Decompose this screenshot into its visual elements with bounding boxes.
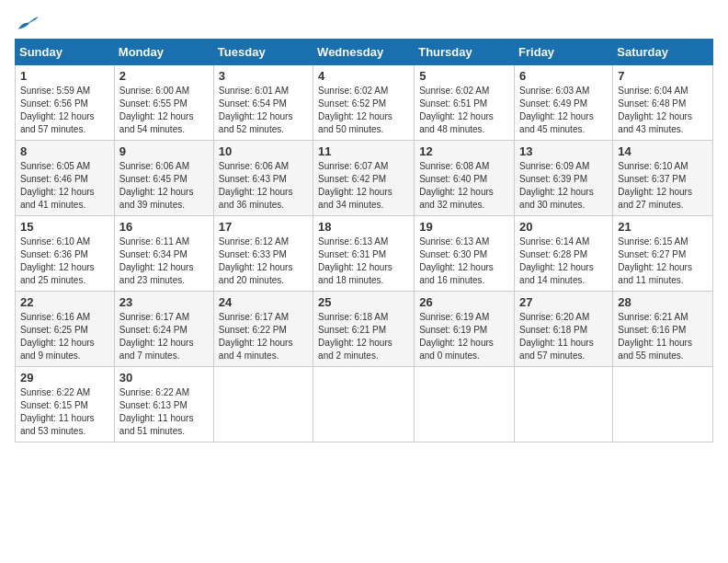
day-info: Sunrise: 6:07 AM Sunset: 6:42 PM Dayligh… [318, 160, 409, 212]
day-info: Sunrise: 6:22 AM Sunset: 6:13 PM Dayligh… [119, 386, 209, 438]
day-number: 26 [419, 295, 509, 309]
day-number: 1 [20, 69, 109, 83]
calendar-cell: 12Sunrise: 6:08 AM Sunset: 6:40 PM Dayli… [415, 141, 515, 216]
calendar-cell: 16Sunrise: 6:11 AM Sunset: 6:34 PM Dayli… [114, 216, 213, 292]
day-info: Sunrise: 6:18 AM Sunset: 6:21 PM Dayligh… [318, 311, 409, 362]
calendar-cell: 26Sunrise: 6:19 AM Sunset: 6:19 PM Dayli… [415, 292, 515, 367]
day-number: 15 [20, 220, 109, 234]
day-info: Sunrise: 6:16 AM Sunset: 6:25 PM Dayligh… [20, 311, 109, 362]
day-number: 7 [618, 69, 708, 83]
page-header [15, 15, 713, 31]
day-info: Sunrise: 6:03 AM Sunset: 6:49 PM Dayligh… [519, 85, 608, 136]
day-info: Sunrise: 6:10 AM Sunset: 6:36 PM Dayligh… [20, 236, 109, 287]
day-number: 30 [119, 371, 209, 385]
day-number: 17 [219, 220, 308, 234]
day-number: 12 [419, 144, 509, 158]
calendar-cell: 5Sunrise: 6:02 AM Sunset: 6:51 PM Daylig… [415, 65, 515, 141]
day-info: Sunrise: 6:15 AM Sunset: 6:27 PM Dayligh… [618, 236, 708, 287]
day-number: 14 [618, 144, 708, 158]
day-number: 3 [219, 69, 308, 83]
day-info: Sunrise: 6:06 AM Sunset: 6:45 PM Dayligh… [119, 160, 209, 212]
calendar-cell [313, 367, 415, 442]
calendar-cell: 6Sunrise: 6:03 AM Sunset: 6:49 PM Daylig… [515, 65, 613, 141]
day-number: 10 [219, 144, 308, 158]
day-info: Sunrise: 6:13 AM Sunset: 6:31 PM Dayligh… [318, 236, 409, 287]
day-info: Sunrise: 6:19 AM Sunset: 6:19 PM Dayligh… [419, 311, 509, 362]
calendar-cell: 24Sunrise: 6:17 AM Sunset: 6:22 PM Dayli… [213, 292, 313, 367]
day-number: 28 [618, 295, 708, 309]
calendar-header-friday: Friday [515, 40, 613, 65]
calendar-week-row: 8Sunrise: 6:05 AM Sunset: 6:46 PM Daylig… [16, 141, 713, 216]
logo [15, 15, 40, 31]
calendar-header-monday: Monday [114, 40, 213, 65]
calendar-week-row: 29Sunrise: 6:22 AM Sunset: 6:15 PM Dayli… [16, 367, 713, 442]
day-info: Sunrise: 6:10 AM Sunset: 6:37 PM Dayligh… [618, 160, 708, 212]
day-number: 18 [318, 220, 409, 234]
calendar-cell: 29Sunrise: 6:22 AM Sunset: 6:15 PM Dayli… [16, 367, 115, 442]
day-info: Sunrise: 6:22 AM Sunset: 6:15 PM Dayligh… [20, 386, 109, 438]
calendar-cell [515, 367, 613, 442]
day-number: 9 [119, 144, 209, 158]
calendar-header-wednesday: Wednesday [313, 40, 415, 65]
day-info: Sunrise: 6:12 AM Sunset: 6:33 PM Dayligh… [219, 236, 308, 287]
calendar-cell: 8Sunrise: 6:05 AM Sunset: 6:46 PM Daylig… [16, 141, 115, 216]
day-info: Sunrise: 6:04 AM Sunset: 6:48 PM Dayligh… [618, 85, 708, 136]
day-info: Sunrise: 5:59 AM Sunset: 6:56 PM Dayligh… [20, 85, 109, 136]
calendar-cell [613, 367, 713, 442]
calendar-cell: 7Sunrise: 6:04 AM Sunset: 6:48 PM Daylig… [613, 65, 713, 141]
day-number: 4 [318, 69, 409, 83]
day-number: 19 [419, 220, 509, 234]
day-info: Sunrise: 6:17 AM Sunset: 6:22 PM Dayligh… [219, 311, 308, 362]
calendar-cell [213, 367, 313, 442]
day-info: Sunrise: 6:06 AM Sunset: 6:43 PM Dayligh… [219, 160, 308, 212]
calendar-cell [415, 367, 515, 442]
calendar-cell: 3Sunrise: 6:01 AM Sunset: 6:54 PM Daylig… [213, 65, 313, 141]
day-number: 25 [318, 295, 409, 309]
day-number: 16 [119, 220, 209, 234]
day-info: Sunrise: 6:21 AM Sunset: 6:16 PM Dayligh… [618, 311, 708, 362]
calendar-week-row: 1Sunrise: 5:59 AM Sunset: 6:56 PM Daylig… [16, 65, 713, 141]
calendar-cell: 14Sunrise: 6:10 AM Sunset: 6:37 PM Dayli… [613, 141, 713, 216]
day-number: 20 [519, 220, 608, 234]
day-info: Sunrise: 6:14 AM Sunset: 6:28 PM Dayligh… [519, 236, 608, 287]
day-info: Sunrise: 6:02 AM Sunset: 6:51 PM Dayligh… [419, 85, 509, 136]
day-info: Sunrise: 6:08 AM Sunset: 6:40 PM Dayligh… [419, 160, 509, 212]
day-info: Sunrise: 6:01 AM Sunset: 6:54 PM Dayligh… [219, 85, 308, 136]
day-info: Sunrise: 6:20 AM Sunset: 6:18 PM Dayligh… [519, 311, 608, 362]
day-number: 5 [419, 69, 509, 83]
day-number: 21 [618, 220, 708, 234]
calendar-cell: 18Sunrise: 6:13 AM Sunset: 6:31 PM Dayli… [313, 216, 415, 292]
calendar-cell: 27Sunrise: 6:20 AM Sunset: 6:18 PM Dayli… [515, 292, 613, 367]
day-number: 23 [119, 295, 209, 309]
calendar-header-tuesday: Tuesday [213, 40, 313, 65]
day-number: 11 [318, 144, 409, 158]
calendar-week-row: 22Sunrise: 6:16 AM Sunset: 6:25 PM Dayli… [16, 292, 713, 367]
calendar-cell: 23Sunrise: 6:17 AM Sunset: 6:24 PM Dayli… [114, 292, 213, 367]
calendar-cell: 13Sunrise: 6:09 AM Sunset: 6:39 PM Dayli… [515, 141, 613, 216]
calendar-cell: 10Sunrise: 6:06 AM Sunset: 6:43 PM Dayli… [213, 141, 313, 216]
day-info: Sunrise: 6:05 AM Sunset: 6:46 PM Dayligh… [20, 160, 109, 212]
day-info: Sunrise: 6:00 AM Sunset: 6:55 PM Dayligh… [119, 85, 209, 136]
day-number: 22 [20, 295, 109, 309]
day-number: 27 [519, 295, 608, 309]
calendar-cell: 25Sunrise: 6:18 AM Sunset: 6:21 PM Dayli… [313, 292, 415, 367]
day-number: 24 [219, 295, 308, 309]
calendar-cell: 30Sunrise: 6:22 AM Sunset: 6:13 PM Dayli… [114, 367, 213, 442]
calendar-cell: 1Sunrise: 5:59 AM Sunset: 6:56 PM Daylig… [16, 65, 115, 141]
day-info: Sunrise: 6:13 AM Sunset: 6:30 PM Dayligh… [419, 236, 509, 287]
day-number: 6 [519, 69, 608, 83]
calendar-cell: 4Sunrise: 6:02 AM Sunset: 6:52 PM Daylig… [313, 65, 415, 141]
calendar-header-saturday: Saturday [613, 40, 713, 65]
day-info: Sunrise: 6:17 AM Sunset: 6:24 PM Dayligh… [119, 311, 209, 362]
day-info: Sunrise: 6:09 AM Sunset: 6:39 PM Dayligh… [519, 160, 608, 212]
calendar-cell: 15Sunrise: 6:10 AM Sunset: 6:36 PM Dayli… [16, 216, 115, 292]
calendar-cell: 9Sunrise: 6:06 AM Sunset: 6:45 PM Daylig… [114, 141, 213, 216]
day-info: Sunrise: 6:11 AM Sunset: 6:34 PM Dayligh… [119, 236, 209, 287]
calendar-week-row: 15Sunrise: 6:10 AM Sunset: 6:36 PM Dayli… [16, 216, 713, 292]
calendar-cell: 20Sunrise: 6:14 AM Sunset: 6:28 PM Dayli… [515, 216, 613, 292]
calendar-header-thursday: Thursday [415, 40, 515, 65]
calendar-cell: 17Sunrise: 6:12 AM Sunset: 6:33 PM Dayli… [213, 216, 313, 292]
calendar-cell: 22Sunrise: 6:16 AM Sunset: 6:25 PM Dayli… [16, 292, 115, 367]
day-number: 2 [119, 69, 209, 83]
day-number: 29 [20, 371, 109, 385]
